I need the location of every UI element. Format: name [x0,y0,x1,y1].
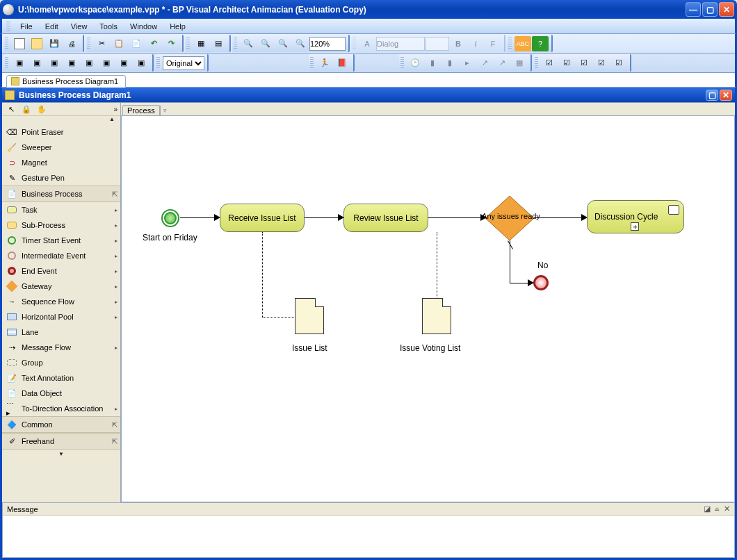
sim-clock-button[interactable]: 🕒 [407,56,423,71]
sim-btn-5[interactable]: ↗ [476,56,493,71]
message-panel-close-icon[interactable]: ✕ [724,504,730,513]
document-tab[interactable]: Business Process Diagram1 [6,75,126,88]
zoom-in-button[interactable]: 🔍 [240,36,257,51]
check-btn-2[interactable]: ☑ [558,56,575,71]
palette-section-business-process[interactable]: 📄 Business Process ⇱ [2,186,120,202]
palette-section-common[interactable]: 🔷 Common ⇱ [2,416,120,433]
layout-button[interactable]: ▦ [193,36,209,51]
menu-help[interactable]: Help [164,21,191,32]
window-close-button[interactable]: ✕ [719,2,734,17]
undo-button[interactable]: ↶ [145,36,162,51]
subprocess-discussion-cycle[interactable]: Discussion Cycle ＋ [587,200,684,233]
stop-button[interactable]: 📕 [334,56,350,71]
diagram-btn-7[interactable]: ▣ [115,56,132,71]
palette-item-intermediate-event[interactable]: Intermediate Event▸ [2,248,120,263]
start-event[interactable] [161,209,179,227]
check-btn-4[interactable]: ☑ [593,56,610,71]
palette-tool-magnet[interactable]: ⊃Magnet [2,155,120,170]
task-review-issue-list[interactable]: Review Issue List [343,204,428,232]
grid-button[interactable]: ▤ [210,36,227,51]
print-button[interactable]: 🖨 [63,36,80,51]
sim-btn-7[interactable]: ▦ [511,56,528,71]
zoom-out-button[interactable]: 🔍 [257,36,274,51]
new-button[interactable] [11,36,28,51]
palette-item-lane[interactable]: Lane [2,324,120,340]
message-panel-popout-icon[interactable]: ◪ [704,504,711,513]
pan-tool[interactable]: ✋ [35,104,48,115]
save-button[interactable]: 💾 [46,36,63,51]
menu-edit[interactable]: Edit [40,21,64,32]
zoom-100-button[interactable]: 🔍 [292,36,309,51]
menu-view[interactable]: View [65,21,93,32]
help-button[interactable]: ? [532,36,549,51]
diagram-btn-1[interactable]: ▣ [11,56,28,71]
check-btn-5[interactable]: ☑ [610,56,627,71]
data-object-issue-list[interactable] [295,298,324,334]
view-style-select[interactable]: Original [163,56,204,70]
copy-button[interactable]: 📋 [111,36,127,51]
diagram-btn-2[interactable]: ▣ [29,56,45,71]
redo-button[interactable]: ↷ [163,36,179,51]
palette-item-text-annotation[interactable]: 📝Text Annotation [2,370,120,386]
run-button[interactable]: 🏃 [316,56,333,71]
pointer-tool[interactable]: ↖ [5,104,17,115]
diagram-btn-8[interactable]: ▣ [133,56,149,71]
paste-button[interactable]: 📄 [128,36,145,51]
menu-window[interactable]: Window [124,21,163,32]
palette-item-task[interactable]: Task▸ [2,202,120,217]
font-color-button[interactable]: A [359,36,375,51]
cut-button[interactable]: ✂ [93,36,110,51]
task-receive-issue-list[interactable]: Receive Issue List [220,204,305,232]
inner-close-button[interactable]: ✕ [720,90,732,101]
palette-collapse-up[interactable] [2,116,120,124]
arrowhead-icon [338,214,344,221]
window-minimize-button[interactable]: — [686,2,701,17]
quick-tools-chevron[interactable]: » [113,106,118,113]
palette-section-freehand[interactable]: ✐ Freehand ⇱ [2,433,120,450]
message-panel-pin-icon[interactable]: ⫨ [713,504,721,513]
bold-button[interactable]: B [450,36,467,51]
palette-item-group[interactable]: Group [2,355,120,370]
zoom-select[interactable] [309,37,346,51]
sim-btn-3[interactable]: ▮ [442,56,458,71]
palette-item-message-flow[interactable]: ⇢Message Flow▸ [2,340,120,355]
data-object-issue-voting-list[interactable] [422,298,451,334]
window-maximize-button[interactable]: ▢ [702,2,718,17]
diagram-canvas[interactable]: Start on Friday Receive Issue List Revie… [121,115,735,502]
diagram-btn-6[interactable]: ▣ [98,56,115,71]
canvas-tab-process[interactable]: Process [122,105,160,115]
diagram-btn-4[interactable]: ▣ [63,56,80,71]
inner-maximize-button[interactable]: ▢ [706,90,718,101]
menu-tools[interactable]: Tools [94,21,123,32]
palette-tool-gesture-pen[interactable]: ✎Gesture Pen [2,170,120,186]
palette-item-to-direction-association[interactable]: ⋯▸To-Direction Association▸ [2,401,120,416]
palette-item-gateway[interactable]: Gateway▸ [2,279,120,294]
check-btn-3[interactable]: ☑ [576,56,592,71]
menu-file[interactable]: File [15,21,38,32]
palette-tool-point-eraser[interactable]: ⌫Point Eraser [2,124,120,140]
sim-btn-2[interactable]: ▮ [424,56,441,71]
diagram-btn-5[interactable]: ▣ [81,56,97,71]
font-size-select[interactable] [426,37,449,51]
font-family-select[interactable] [376,37,425,51]
check-btn-1[interactable]: ☑ [541,56,558,71]
palette-item-data-object[interactable]: 📄Data Object [2,386,120,401]
text-color-button[interactable]: F [485,36,501,51]
sim-btn-4[interactable]: ▸ [459,56,476,71]
canvas-tab-overflow[interactable]: ▿ [160,106,170,115]
lock-tool[interactable]: 🔒 [20,104,33,115]
palette-item-timer-start[interactable]: Timer Start Event▸ [2,233,120,248]
palette-item-end-event[interactable]: End Event▸ [2,263,120,279]
diagram-btn-3[interactable]: ▣ [46,56,63,71]
sim-btn-6[interactable]: ↗ [494,56,510,71]
palette-collapse-down[interactable]: ▼ [2,450,120,459]
zoom-fit-button[interactable]: 🔍 [275,36,291,51]
spellcheck-button[interactable]: ABC [515,36,531,51]
palette-item-sequence-flow[interactable]: →Sequence Flow▸ [2,294,120,309]
open-button[interactable] [29,36,45,51]
end-event[interactable] [533,275,549,290]
palette-item-horizontal-pool[interactable]: Horizontal Pool▸ [2,309,120,324]
palette-item-subprocess[interactable]: Sub-Process▸ [2,217,120,233]
palette-tool-sweeper[interactable]: 🧹Sweeper [2,140,120,155]
italic-button[interactable]: I [467,36,484,51]
